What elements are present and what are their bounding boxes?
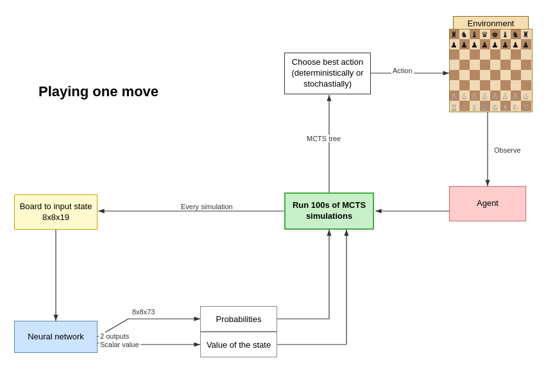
mcts-tree-label: MCTS tree [305,135,342,142]
svg-rect-44 [480,80,490,90]
svg-rect-42 [459,80,470,90]
svg-text:♟: ♟ [471,40,478,49]
board-to-input-box: Board to input state 8x8x19 [14,194,98,230]
svg-rect-26 [459,60,470,70]
observe-label: Observe [493,146,522,154]
svg-rect-43 [470,80,480,90]
svg-text:♚: ♚ [491,30,499,39]
action-label: Action [391,67,414,74]
svg-text:♟: ♟ [502,40,509,49]
svg-rect-34 [459,70,470,80]
svg-rect-33 [449,70,459,80]
svg-text:♟: ♟ [450,40,457,49]
page-title: Playing one move [38,83,158,100]
svg-rect-23 [511,49,521,60]
svg-rect-19 [470,49,480,60]
svg-rect-41 [449,80,459,90]
svg-text:♙: ♙ [502,92,509,101]
chess-board: ♜ ♞ ♝ ♛ ♚ ♝ ♞ ♜ ♟ ♟ ♟ ♟ ♟ ♟ ♟ ♟ ♙ ♙ ♙ ♙ … [449,29,533,112]
svg-rect-30 [500,60,511,70]
svg-rect-45 [490,80,500,90]
svg-text:♞: ♞ [512,30,519,39]
svg-text:♙: ♙ [491,92,499,101]
svg-rect-36 [480,70,490,80]
svg-text:♙: ♙ [461,92,468,101]
svg-rect-20 [480,49,490,60]
svg-rect-29 [490,60,500,70]
run-mcts-box: Run 100s of MCTS simulations [284,192,374,230]
svg-text:♙: ♙ [512,92,519,101]
scalar-value-label: Scalar value [99,341,141,348]
svg-text:♝: ♝ [471,30,478,39]
svg-text:♔: ♔ [491,103,499,112]
svg-text:♟: ♟ [461,40,468,49]
svg-text:♝: ♝ [502,30,509,39]
svg-rect-27 [470,60,480,70]
svg-text:♗: ♗ [471,103,478,112]
svg-rect-47 [511,80,521,90]
svg-text:♛: ♛ [481,30,488,39]
svg-rect-46 [500,80,511,90]
svg-text:♙: ♙ [450,92,457,101]
svg-text:♘: ♘ [461,103,468,112]
svg-rect-39 [511,70,521,80]
svg-text:♖: ♖ [522,103,529,112]
svg-rect-28 [480,60,490,70]
svg-rect-32 [521,60,531,70]
choose-best-action-box: Choose best action (deterministically or… [284,53,371,94]
neural-network-box: Neural network [14,321,98,353]
svg-rect-22 [500,49,511,60]
svg-rect-38 [500,70,511,80]
svg-text:♗: ♗ [502,103,509,112]
svg-text:♙: ♙ [522,92,529,101]
svg-rect-31 [511,60,521,70]
svg-text:♕: ♕ [481,103,488,112]
svg-text:♟: ♟ [481,40,488,49]
svg-rect-48 [521,80,531,90]
probabilities-box: Probabilities [200,306,277,332]
svg-rect-24 [521,49,531,60]
svg-text:♜: ♜ [450,30,457,39]
every-simulation-label: Every simulation [180,203,234,210]
dim-label: 8x8x73 [131,308,156,316]
svg-rect-35 [470,70,480,80]
svg-rect-18 [459,49,470,60]
svg-rect-40 [521,70,531,80]
agent-box: Agent [449,186,526,221]
svg-text:♜: ♜ [522,30,529,39]
svg-text:♙: ♙ [471,92,478,101]
value-state-box: Value of the state [200,332,277,357]
svg-text:♖: ♖ [450,103,457,112]
svg-text:♟: ♟ [491,40,499,49]
svg-text:♙: ♙ [481,92,488,101]
svg-rect-21 [490,49,500,60]
svg-text:♟: ♟ [512,40,519,49]
svg-text:♞: ♞ [461,30,468,39]
svg-rect-25 [449,60,459,70]
svg-text:♟: ♟ [522,40,529,49]
svg-rect-17 [449,49,459,60]
outputs-label: 2 outputs [99,332,130,340]
svg-rect-37 [490,70,500,80]
svg-text:♘: ♘ [512,103,519,112]
